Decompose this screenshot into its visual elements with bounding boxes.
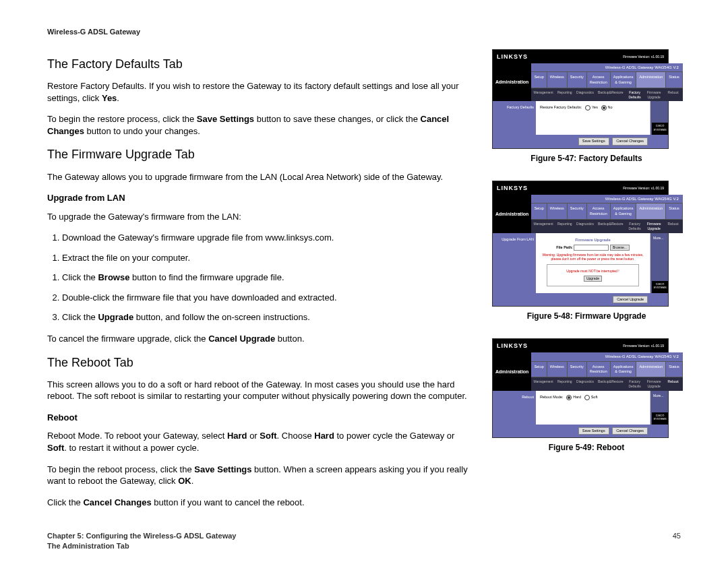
text: . bbox=[117, 93, 119, 103]
upgrade-steps-list: Download the Gateway's firmware upgrade … bbox=[47, 232, 472, 323]
subtab-row: Management Reporting Diagnostics Backup&… bbox=[531, 88, 682, 102]
fw-no-interrupt: Upgrade must NOT be interrupted ! bbox=[551, 269, 634, 274]
tab-security[interactable]: Security bbox=[568, 204, 587, 219]
step-5: Click the Upgrade button, and follow the… bbox=[62, 311, 472, 323]
tab-security[interactable]: Security bbox=[568, 362, 587, 377]
subtab[interactable]: Backup&Restore bbox=[596, 221, 626, 232]
tab-setup[interactable]: Setup bbox=[531, 72, 547, 88]
body-left-label: Upgrade From LAN bbox=[493, 233, 536, 293]
router-top-bar: LINKSYS Firmware Version: v1.00.19 bbox=[493, 339, 668, 352]
tab-security[interactable]: Security bbox=[568, 72, 587, 88]
cancel-changes-button[interactable]: Cancel Changes bbox=[612, 137, 648, 145]
cancel-changes-button[interactable]: Cancel Changes bbox=[612, 427, 648, 435]
subtab[interactable]: Management bbox=[531, 379, 555, 389]
firmware-version: Firmware Version: v1.00.19 bbox=[623, 55, 664, 59]
router-body: Upgrade From LAN Firmware Upgrade File P… bbox=[493, 233, 668, 293]
text-bold: Soft bbox=[260, 431, 276, 441]
tab-row: Setup Wireless Security Access Restricti… bbox=[531, 203, 682, 220]
heading-reboot-sub: Reboot bbox=[47, 412, 472, 424]
text: . Choose bbox=[277, 431, 315, 441]
tab-status[interactable]: Status bbox=[666, 362, 683, 377]
router-header: Administration Wireless-G ADSL Gateway W… bbox=[493, 352, 668, 390]
subtab-reboot[interactable]: Reboot bbox=[663, 379, 682, 389]
body-right: More... CISCO SYSTEMS bbox=[650, 233, 668, 293]
tab-wireless[interactable]: Wireless bbox=[547, 362, 568, 377]
subtab[interactable]: Reboot bbox=[663, 221, 682, 232]
text: Reboot Mode. To reboot your Gateway, sel… bbox=[47, 431, 227, 441]
tab-access[interactable]: Access Restriction bbox=[587, 72, 611, 88]
subtab[interactable]: Reporting bbox=[555, 90, 574, 100]
radio-soft[interactable] bbox=[584, 395, 590, 400]
text-bold-save: Save Settings bbox=[197, 114, 254, 124]
subtab[interactable]: Factory Defaults bbox=[625, 221, 644, 232]
tab-admin[interactable]: Administration bbox=[636, 362, 666, 377]
model-line: Wireless-G ADSL Gateway WAG54G V.2 bbox=[531, 352, 682, 361]
tab-apps[interactable]: Applications & Gaming bbox=[611, 72, 637, 88]
text-bold-yes: Yes bbox=[102, 93, 117, 103]
tab-setup[interactable]: Setup bbox=[531, 204, 547, 219]
step-3: Click the Browse button to find the firm… bbox=[62, 272, 472, 284]
paragraph-reboot-2: Reboot Mode. To reboot your Gateway, sel… bbox=[47, 430, 472, 454]
router-footer: Cancel Upgrade bbox=[493, 293, 668, 306]
cancel-upgrade-button[interactable]: Cancel Upgrade bbox=[613, 296, 648, 303]
radio-yes[interactable] bbox=[585, 105, 590, 111]
linksys-logo: LINKSYS bbox=[497, 342, 528, 350]
subtab[interactable]: Firmware Upgrade bbox=[644, 90, 663, 100]
figure-5-47: LINKSYS Firmware Version: v1.00.19 Admin… bbox=[492, 49, 681, 164]
tab-status[interactable]: Status bbox=[666, 72, 683, 88]
subtab[interactable]: Backup&Restore bbox=[596, 379, 626, 389]
save-settings-button[interactable]: Save Settings bbox=[578, 137, 609, 145]
tab-wireless[interactable]: Wireless bbox=[547, 204, 568, 219]
text-bold: Hard bbox=[314, 431, 334, 441]
subtab[interactable]: Firmware Upgrade bbox=[644, 379, 663, 389]
paragraph-reboot-3: To begin the reboot process, click the S… bbox=[47, 464, 472, 487]
upgrade-button[interactable]: Upgrade bbox=[584, 276, 602, 282]
screenshot-reboot: LINKSYS Firmware Version: v1.00.19 Admin… bbox=[492, 338, 669, 438]
tab-admin[interactable]: Administration bbox=[636, 204, 666, 219]
admin-label: Administration bbox=[493, 195, 531, 232]
tab-access[interactable]: Access Restriction bbox=[587, 204, 611, 219]
subtab[interactable]: Reporting bbox=[555, 221, 574, 232]
paragraph-factory-2: To begin the restore process, click the … bbox=[47, 113, 472, 137]
cisco-logo: CISCO SYSTEMS bbox=[652, 412, 668, 425]
subtab[interactable]: Management bbox=[531, 90, 555, 100]
subtab[interactable]: Reporting bbox=[555, 379, 574, 389]
tab-wireless[interactable]: Wireless bbox=[547, 72, 568, 88]
paragraph-factory-1: Restore Factory Defaults. If you wish to… bbox=[47, 80, 472, 104]
tab-setup[interactable]: Setup bbox=[531, 362, 547, 377]
browse-button[interactable]: Browse... bbox=[610, 245, 630, 251]
restore-label: Restore Factory Defaults: bbox=[540, 106, 582, 110]
subtab[interactable]: Factory Defaults bbox=[625, 379, 644, 389]
subtab[interactable]: Diagnostics bbox=[574, 221, 596, 232]
text: to power cycle the Gateway or bbox=[334, 431, 454, 441]
text: To begin the restore process, click the bbox=[47, 114, 197, 124]
text-bold: OK bbox=[178, 476, 191, 486]
subtab-firmware[interactable]: Firmware Upgrade bbox=[644, 221, 663, 232]
subtab-factory[interactable]: Factory Defaults bbox=[625, 90, 644, 100]
tab-apps[interactable]: Applications & Gaming bbox=[611, 362, 637, 377]
tab-admin[interactable]: Administration bbox=[636, 72, 666, 88]
admin-label: Administration bbox=[493, 63, 531, 101]
subtab[interactable]: Diagnostics bbox=[574, 379, 596, 389]
subtab[interactable]: Backup&Restore bbox=[596, 90, 626, 100]
tab-access[interactable]: Access Restriction bbox=[587, 362, 611, 377]
tab-apps[interactable]: Applications & Gaming bbox=[611, 204, 637, 219]
yes-label: Yes bbox=[592, 106, 598, 110]
body-center: Firmware Upgrade File Path: Browse... Wa… bbox=[536, 233, 650, 293]
router-footer: Save Settings Cancel Changes bbox=[493, 135, 668, 148]
subtab[interactable]: Reboot bbox=[663, 90, 682, 100]
radio-hard[interactable] bbox=[566, 395, 572, 400]
fw-warning: Warning: Upgrading firmware from lan sid… bbox=[540, 253, 646, 262]
radio-no[interactable] bbox=[601, 105, 607, 111]
tab-status[interactable]: Status bbox=[666, 204, 683, 219]
file-path-input[interactable] bbox=[574, 245, 609, 251]
paragraph-reboot-4: Click the Cancel Changes button if you w… bbox=[47, 497, 472, 509]
router-header: Administration Wireless-G ADSL Gateway W… bbox=[493, 195, 668, 232]
text: button to undo your changes. bbox=[84, 126, 200, 136]
page-number: 45 bbox=[673, 531, 681, 541]
subtab[interactable]: Management bbox=[531, 221, 555, 232]
firmware-version: Firmware Version: v1.00.19 bbox=[623, 344, 664, 348]
save-settings-button[interactable]: Save Settings bbox=[578, 427, 609, 435]
subtab[interactable]: Diagnostics bbox=[574, 90, 596, 100]
text: To cancel the firmware upgrade, click th… bbox=[47, 334, 208, 344]
